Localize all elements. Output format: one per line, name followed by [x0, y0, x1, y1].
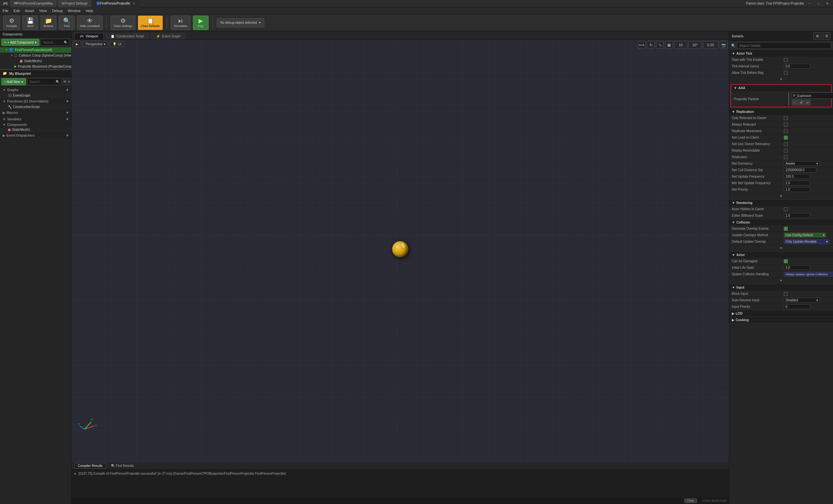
net-load-checkbox[interactable] — [784, 136, 788, 140]
compile-button[interactable]: ⚙ Compile — [3, 16, 20, 30]
viewport-scale-icon[interactable]: ⤡ — [656, 41, 664, 49]
event-dispatchers-section[interactable]: ▶ Event Dispatchers + — [0, 132, 71, 139]
actor-header[interactable]: ▼ Actor — [729, 252, 833, 258]
component-static-mesh[interactable]: ▶ ▣ StaticMesh1 — [0, 58, 71, 64]
viewport-expand-button[interactable]: ▶ — [73, 41, 81, 47]
find-button[interactable]: 🔍 Find — [59, 16, 74, 30]
particle-reset-button[interactable]: ↺ — [798, 100, 804, 105]
static-mesh1-item[interactable]: ▣ StaticMesh1 — [0, 127, 71, 132]
auto-receive-select[interactable]: Disabled ▾ — [784, 298, 820, 303]
debug-filter[interactable]: No debug object selected ▾ — [217, 18, 264, 27]
replication-header[interactable]: ▼ Replication — [729, 109, 833, 115]
billboard-scale-input[interactable] — [784, 213, 810, 218]
can-damaged-checkbox[interactable] — [784, 259, 788, 263]
aaa-header[interactable]: ▼ AAA — [731, 85, 831, 91]
lod-header[interactable]: ▶ LOD — [729, 310, 833, 317]
generate-overlap-checkbox[interactable] — [784, 227, 788, 231]
min-net-input[interactable] — [784, 181, 810, 186]
tab-projectile[interactable]: 🔵 FirstPersonProjectile ✕ — [92, 0, 140, 7]
start-tick-checkbox[interactable] — [784, 58, 788, 62]
net-dormancy-select[interactable]: Awake ▾ — [784, 161, 820, 166]
functions-add-icon[interactable]: + — [66, 99, 69, 104]
cooking-header[interactable]: ▶ Cooking — [729, 317, 833, 323]
viewport-camera-icon[interactable]: 📷 — [720, 41, 728, 49]
tab-project-settings[interactable]: ⚙ Project Settings — [57, 0, 91, 7]
net-cull-input[interactable] — [784, 168, 816, 172]
component-self[interactable]: ▼ 🔵 FirstPersonProjectile(self) — [0, 47, 71, 53]
blueprint-search-box[interactable]: Search 🔍 — [27, 78, 62, 85]
close-button[interactable]: ✕ — [824, 2, 830, 5]
perspective-button[interactable]: Perspective ▾ — [82, 41, 109, 47]
input-priority-input[interactable] — [784, 304, 810, 309]
particle-clear-button[interactable]: ↩ — [805, 100, 811, 105]
viewport-scale-snap[interactable]: 0.25 — [703, 41, 718, 49]
actor-tick-header[interactable]: ▼ Actor Tick — [729, 50, 833, 56]
block-input-checkbox[interactable] — [784, 292, 788, 296]
lit-button[interactable]: 💡 Lit — [110, 41, 124, 47]
graphs-section[interactable]: ▼ Graphs + — [0, 87, 71, 93]
components-search-box[interactable]: Search 🔍 — [41, 39, 70, 46]
minimize-button[interactable]: ─ — [807, 2, 813, 5]
details-search-input[interactable] — [737, 42, 831, 49]
viewport-grid-toggle[interactable]: 10 — [674, 41, 687, 49]
row-expand-collision[interactable]: ▼ — [729, 245, 833, 251]
viewport-surface-icon[interactable]: ▦ — [665, 41, 673, 49]
only-relevant-checkbox[interactable] — [784, 116, 788, 120]
save-button[interactable]: 💾 Save — [22, 16, 38, 30]
event-graph-item[interactable]: ⬛ EventGraph — [0, 93, 71, 98]
details-list-icon[interactable]: ☰ — [823, 32, 830, 40]
maximize-button[interactable]: □ — [815, 2, 821, 5]
tab-viewport[interactable]: 🎮 Viewport — [74, 33, 104, 39]
always-relevant-checkbox[interactable] — [784, 123, 788, 126]
class-settings-button[interactable]: ⚙ Class Settings — [111, 16, 135, 30]
details-layout-icon[interactable]: ⊞ — [813, 32, 821, 40]
net-owner-checkbox[interactable] — [784, 142, 788, 146]
initial-life-input[interactable] — [784, 265, 810, 270]
viewport-background[interactable]: ▶ Perspective ▾ 💡 Lit ⟷ ↻ ⤡ — [72, 40, 729, 462]
viewport-translate-icon[interactable]: ⟷ — [638, 41, 646, 49]
actor-hidden-checkbox[interactable] — [784, 207, 788, 211]
tab-construction-script[interactable]: 📋 Construction Script — [105, 33, 149, 39]
row-expand-actor[interactable]: ▼ — [729, 278, 833, 284]
net-priority-input[interactable] — [784, 187, 810, 192]
replay-checkbox[interactable] — [784, 149, 788, 152]
particle-browse-button[interactable]: ← — [792, 100, 798, 105]
viewport-rotate-icon[interactable]: ↻ — [647, 41, 655, 49]
component-projectile-movement[interactable]: ▶ ➤ Projectile Movement (ProjectileComp)… — [0, 64, 71, 69]
tab-close-icon[interactable]: ✕ — [133, 2, 135, 5]
menu-window[interactable]: Window — [68, 9, 80, 13]
bp-components-section[interactable]: ▼ Components — [0, 122, 71, 127]
replicates-checkbox[interactable] — [784, 155, 788, 159]
add-new-button[interactable]: + Add New ▾ — [1, 78, 26, 85]
default-update-select[interactable]: Only Update Movable ▾ — [784, 239, 829, 244]
construction-script-item[interactable]: 🔧 ConstructionScript — [0, 104, 71, 109]
functions-section[interactable]: ▼ Functions (21 Overridable) + — [0, 98, 71, 104]
tick-interval-input[interactable] — [784, 64, 810, 69]
menu-file[interactable]: File — [3, 9, 8, 13]
simulation-button[interactable]: ⏯ Simulation — [171, 16, 190, 30]
collision-header[interactable]: ▼ Collision — [729, 219, 833, 225]
bp-eye-icon[interactable]: 👁 — [63, 80, 67, 83]
replicate-movement-checkbox[interactable] — [784, 129, 788, 133]
rendering-header[interactable]: ▼ Rendering — [729, 200, 833, 206]
add-component-button[interactable]: + + Add Component ▾ — [1, 39, 39, 46]
play-button[interactable]: ▶ Play — [193, 16, 209, 30]
hide-unrelated-button[interactable]: 👁 Hide Unrelated — [77, 16, 102, 30]
spawn-collision-select[interactable]: Always Spawn, Ignore Collisions ▾ — [784, 272, 833, 277]
tab-map[interactable]: 🗺 FirstPersonExampleMap — [10, 0, 57, 7]
viewport-angle-toggle[interactable]: 10° — [689, 41, 701, 49]
menu-asset[interactable]: Asset — [25, 9, 34, 13]
row-expand-tick[interactable]: ▼ — [729, 76, 833, 82]
menu-view[interactable]: View — [39, 9, 47, 13]
tab-event-graph[interactable]: ⚡ Event Graph — [151, 33, 186, 39]
tab-find-results[interactable]: 🔍 Find Results — [108, 463, 137, 469]
variables-section[interactable]: ▼ Variables + — [0, 116, 71, 122]
allow-tick-checkbox[interactable] — [784, 71, 788, 75]
particle-name-input[interactable] — [792, 92, 833, 99]
net-update-input[interactable] — [784, 174, 810, 179]
input-header[interactable]: ▼ Input — [729, 284, 833, 291]
macros-section[interactable]: ▶ Macros + — [0, 109, 71, 116]
class-defaults-button[interactable]: 📋 Class Defaults — [138, 16, 163, 30]
graphs-add-icon[interactable]: + — [66, 87, 69, 92]
update-overlaps-select[interactable]: Use Config Default ▾ — [784, 233, 826, 238]
